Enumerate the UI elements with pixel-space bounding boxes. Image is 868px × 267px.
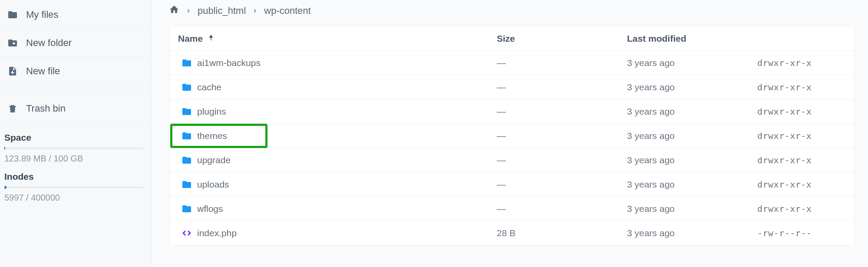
cell-name: themes xyxy=(197,131,497,141)
sidebar-item-new-file[interactable]: New file xyxy=(0,57,151,86)
cell-size: — xyxy=(497,155,627,165)
cell-permissions: drwxr-xr-x xyxy=(757,179,853,190)
new-file-icon xyxy=(7,66,18,77)
cell-size: — xyxy=(497,131,627,141)
trash-icon xyxy=(7,103,18,114)
table-row[interactable]: themes—3 years agodrwxr-xr-x xyxy=(169,124,855,148)
table-row[interactable]: cache—3 years agodrwxr-xr-x xyxy=(169,75,855,99)
cell-size: — xyxy=(497,58,627,68)
cell-name: wflogs xyxy=(197,204,497,214)
table-row[interactable]: plugins—3 years agodrwxr-xr-x xyxy=(169,99,855,124)
space-label: Space xyxy=(4,132,147,143)
table-row[interactable]: wflogs—3 years agodrwxr-xr-x xyxy=(169,197,855,221)
sidebar-item-new-folder[interactable]: New folder xyxy=(0,29,151,57)
folder-icon xyxy=(172,58,197,68)
table-row[interactable]: ai1wm-backups—3 years agodrwxr-xr-x xyxy=(169,51,855,75)
header-name-label: Name xyxy=(178,33,203,44)
inodes-value: 5997 / 400000 xyxy=(4,193,147,203)
new-folder-icon xyxy=(7,37,18,49)
cell-size: — xyxy=(497,204,627,214)
cell-modified: 3 years ago xyxy=(627,228,757,238)
table-row[interactable]: index.php28 B3 years ago-rw-r--r-- xyxy=(169,221,855,245)
folder-icon xyxy=(172,131,197,141)
file-table: Name Size Last modified ai1wm-backups—3 … xyxy=(169,26,855,246)
sidebar: My files New folder New file Trash bin S… xyxy=(0,0,152,267)
cell-name: plugins xyxy=(197,106,497,117)
cell-permissions: drwxr-xr-x xyxy=(757,131,853,141)
table-header-row: Name Size Last modified xyxy=(169,26,855,51)
cell-modified: 3 years ago xyxy=(627,131,757,141)
table-row[interactable]: uploads—3 years agodrwxr-xr-x xyxy=(169,172,855,197)
home-icon xyxy=(169,4,179,15)
cell-permissions: drwxr-xr-x xyxy=(757,82,853,92)
cell-size: — xyxy=(497,106,627,117)
sidebar-item-my-files[interactable]: My files xyxy=(0,1,151,29)
cell-modified: 3 years ago xyxy=(627,155,757,165)
cell-name: cache xyxy=(197,82,497,92)
sidebar-item-label: My files xyxy=(26,9,59,20)
chevron-right-icon xyxy=(185,5,191,16)
cell-name: upgrade xyxy=(197,155,497,165)
header-name[interactable]: Name xyxy=(172,33,497,44)
chevron-right-icon xyxy=(252,5,258,16)
folder-icon xyxy=(172,155,197,165)
cell-modified: 3 years ago xyxy=(627,106,757,117)
inodes-label: Inodes xyxy=(4,171,147,182)
cell-modified: 3 years ago xyxy=(627,179,757,190)
sidebar-item-trash-bin[interactable]: Trash bin xyxy=(0,94,151,123)
header-size[interactable]: Size xyxy=(497,33,627,44)
breadcrumb: public_html wp-content xyxy=(169,2,855,19)
sort-asc-icon xyxy=(207,33,215,44)
cell-permissions: drwxr-xr-x xyxy=(757,155,853,165)
cell-size: — xyxy=(497,82,627,92)
sidebar-stats: Space 123.89 MB / 100 GB Inodes 5997 / 4… xyxy=(0,123,151,213)
breadcrumb-item[interactable]: public_html xyxy=(198,5,246,16)
cell-size: 28 B xyxy=(497,228,627,238)
svg-rect-0 xyxy=(211,37,211,40)
folder-icon xyxy=(7,9,18,20)
sidebar-item-label: New folder xyxy=(26,37,72,49)
cell-name: ai1wm-backups xyxy=(197,58,497,68)
cell-permissions: drwxr-xr-x xyxy=(757,58,853,68)
header-modified[interactable]: Last modified xyxy=(627,33,757,44)
cell-modified: 3 years ago xyxy=(627,204,757,214)
folder-icon xyxy=(172,179,197,190)
space-bar xyxy=(4,147,143,149)
cell-name: uploads xyxy=(197,179,497,190)
folder-icon xyxy=(172,204,197,214)
cell-size: — xyxy=(497,179,627,190)
code-file-icon xyxy=(172,228,197,238)
folder-icon xyxy=(172,82,197,92)
cell-permissions: drwxr-xr-x xyxy=(757,106,853,117)
breadcrumb-home[interactable] xyxy=(169,4,179,17)
inodes-bar xyxy=(4,186,143,188)
sidebar-item-label: Trash bin xyxy=(26,103,66,114)
cell-modified: 3 years ago xyxy=(627,82,757,92)
cell-permissions: drwxr-xr-x xyxy=(757,204,853,214)
table-row[interactable]: upgrade—3 years agodrwxr-xr-x xyxy=(169,148,855,172)
main-panel: public_html wp-content Name Size Last mo… xyxy=(152,0,868,267)
space-value: 123.89 MB / 100 GB xyxy=(4,154,147,164)
folder-icon xyxy=(172,106,197,117)
cell-modified: 3 years ago xyxy=(627,58,757,68)
sidebar-item-label: New file xyxy=(26,66,60,77)
breadcrumb-item[interactable]: wp-content xyxy=(264,5,311,16)
cell-name: index.php xyxy=(197,228,497,238)
cell-permissions: -rw-r--r-- xyxy=(757,228,853,238)
